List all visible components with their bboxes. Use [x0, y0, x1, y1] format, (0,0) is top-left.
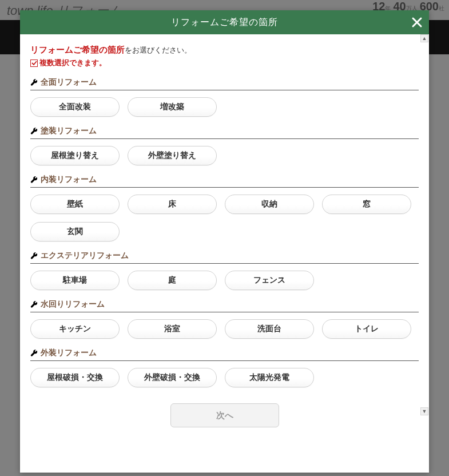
option-chip[interactable]: 増改築 — [128, 97, 217, 117]
option-chip[interactable]: 全面改装 — [30, 97, 120, 117]
wrench-icon — [30, 350, 38, 357]
option-group: 全面改装増改築 — [30, 97, 419, 117]
option-chip[interactable]: 床 — [128, 195, 217, 214]
section: 外装リフォーム屋根破損・交換外壁破損・交換太陽光発電 — [30, 348, 419, 387]
multi-select-note: 複数選択できます。 — [30, 58, 419, 68]
section-title: 塗装リフォーム — [41, 126, 97, 136]
option-chip[interactable]: 収納 — [225, 195, 314, 214]
modal-title: リフォームご希望の箇所 — [171, 17, 278, 29]
option-chip[interactable]: 壁紙 — [30, 195, 120, 214]
next-button[interactable]: 次へ — [170, 403, 279, 427]
option-group: 壁紙床収納窓玄関 — [30, 195, 419, 241]
option-chip[interactable]: 窓 — [322, 195, 411, 214]
option-chip[interactable]: 庭 — [128, 271, 217, 290]
close-button[interactable] — [411, 16, 423, 29]
option-chip[interactable]: 太陽光発電 — [225, 368, 314, 387]
option-chip[interactable]: 屋根塗り替え — [30, 146, 120, 165]
modal: リフォームご希望の箇所 ▲ ▼ リフォームご希望の箇所をお選びください。 複数選… — [20, 10, 429, 473]
option-group: 駐車場庭フェンス — [30, 271, 419, 290]
option-chip[interactable]: フェンス — [225, 271, 314, 290]
option-chip[interactable]: 外壁破損・交換 — [128, 368, 217, 387]
option-chip[interactable]: 浴室 — [128, 319, 217, 339]
option-chip[interactable]: 外壁塗り替え — [128, 146, 217, 165]
section-header: 内装リフォーム — [30, 174, 419, 188]
option-chip[interactable]: トイレ — [322, 319, 411, 339]
section: 全面リフォーム全面改装増改築 — [30, 77, 419, 117]
option-chip[interactable]: 屋根破損・交換 — [30, 368, 120, 387]
section: 塗装リフォーム屋根塗り替え外壁塗り替え — [30, 126, 419, 165]
wrench-icon — [30, 176, 38, 184]
option-chip[interactable]: 洗面台 — [225, 319, 314, 339]
option-chip[interactable]: 駐車場 — [30, 271, 120, 290]
section: 水回りリフォームキッチン浴室洗面台トイレ — [30, 299, 419, 339]
section-title: 外装リフォーム — [41, 348, 97, 358]
wrench-icon — [30, 252, 38, 260]
section: エクステリアリフォーム駐車場庭フェンス — [30, 251, 419, 290]
option-group: キッチン浴室洗面台トイレ — [30, 319, 419, 339]
modal-header: リフォームご希望の箇所 — [20, 10, 429, 34]
wrench-icon — [30, 79, 38, 86]
wrench-icon — [30, 128, 38, 135]
prompt-text: リフォームご希望の箇所をお選びください。 — [30, 45, 419, 55]
close-icon — [411, 17, 423, 28]
section-title: 内装リフォーム — [41, 174, 97, 185]
option-chip[interactable]: キッチン — [30, 319, 120, 339]
section-title: エクステリアリフォーム — [41, 251, 129, 261]
section-header: 全面リフォーム — [30, 77, 419, 90]
section-title: 全面リフォーム — [41, 77, 97, 88]
modal-body: リフォームご希望の箇所をお選びください。 複数選択できます。 全面リフォーム全面… — [20, 34, 429, 473]
wrench-icon — [30, 301, 38, 308]
check-icon — [30, 60, 38, 67]
section-title: 水回りリフォーム — [41, 299, 105, 310]
section-header: 外装リフォーム — [30, 348, 419, 361]
modal-footer: 次へ — [30, 396, 419, 430]
option-group: 屋根塗り替え外壁塗り替え — [30, 146, 419, 165]
section-header: 塗装リフォーム — [30, 126, 419, 139]
option-chip[interactable]: 玄関 — [30, 222, 120, 241]
section: 内装リフォーム壁紙床収納窓玄関 — [30, 174, 419, 241]
option-group: 屋根破損・交換外壁破損・交換太陽光発電 — [30, 368, 419, 387]
section-header: エクステリアリフォーム — [30, 251, 419, 264]
section-header: 水回りリフォーム — [30, 299, 419, 312]
